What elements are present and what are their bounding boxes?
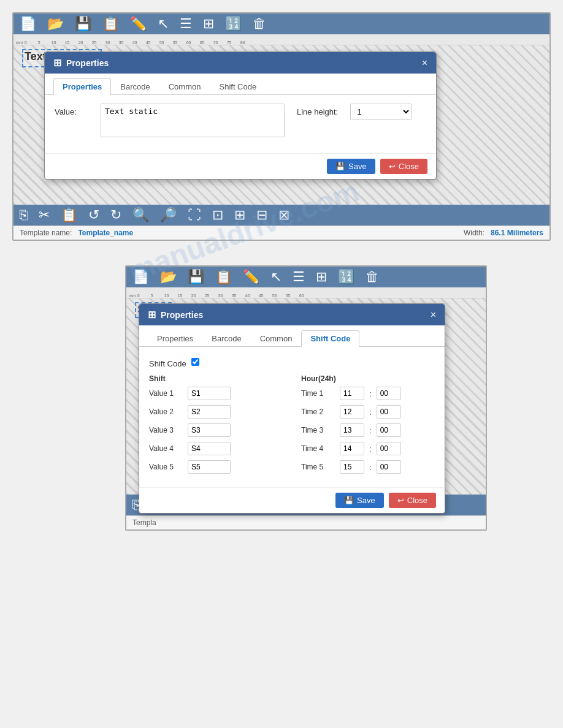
grid-icon[interactable]: ⊞ xyxy=(203,17,214,31)
ruler-mark: 15 xyxy=(65,40,79,45)
modal-title-text-1: Properties xyxy=(66,58,109,68)
shift-code-row: Shift Code xyxy=(149,355,435,368)
time-hour-3[interactable] xyxy=(340,423,364,437)
time-label-1: Time 1 xyxy=(301,389,335,398)
ruler-mark-2: 10 xyxy=(164,294,178,298)
close-button-1[interactable]: ↩ Close xyxy=(380,159,427,174)
save-as-icon-2[interactable]: 📋 xyxy=(215,270,232,284)
modal-close-button-1[interactable]: × xyxy=(422,58,427,68)
bottom-toolbar-1: ⎘ ✂ 📋 ↺ ↻ 🔍 🔎 ⛶ ⊡ ⊞ ⊟ ⊠ xyxy=(13,205,550,226)
time-hour-2[interactable] xyxy=(340,405,364,419)
ruler-mark: 60 xyxy=(186,40,200,45)
shift-col-header: Shift xyxy=(149,374,283,383)
tab-common-2[interactable]: Common xyxy=(251,330,302,346)
line-height-select[interactable]: 1 1.5 2 xyxy=(350,104,412,120)
ruler-mark: 25 xyxy=(92,40,105,45)
paste-icon[interactable]: 📋 xyxy=(61,208,77,222)
copy-icon[interactable]: ⎘ xyxy=(20,208,28,222)
value-label: Value: xyxy=(55,104,88,116)
template-label-2: Templa xyxy=(132,518,156,527)
zoom-out-icon[interactable]: 🔎 xyxy=(160,208,177,222)
time-min-3[interactable] xyxy=(377,423,401,437)
ruler-mark-2: 0 xyxy=(137,294,151,298)
shift-input-4[interactable] xyxy=(188,442,231,455)
grid4-icon[interactable]: ⊠ xyxy=(278,208,289,222)
status-bar-2: Templa xyxy=(126,515,486,529)
edit-icon-2[interactable]: ✏️ xyxy=(243,270,259,284)
shift-input-1[interactable] xyxy=(188,387,231,400)
time-hour-1[interactable] xyxy=(340,387,364,400)
list-icon-2[interactable]: ☰ xyxy=(293,270,305,284)
time-hour-5[interactable] xyxy=(340,460,364,474)
tab-properties-2[interactable]: Properties xyxy=(148,330,202,346)
grid2-icon[interactable]: ⊞ xyxy=(234,208,245,222)
open-folder-icon-2[interactable]: 📂 xyxy=(160,270,177,284)
new-document-icon-2[interactable]: 📄 xyxy=(132,270,149,284)
calculator-icon-2[interactable]: 🔢 xyxy=(338,270,354,284)
modal-body-2: Shift Code Shift Value 1 xyxy=(139,347,445,487)
time-min-1[interactable] xyxy=(377,387,401,400)
close-button-2[interactable]: ↩ Close xyxy=(389,493,436,508)
new-document-icon[interactable]: 📄 xyxy=(20,17,36,31)
shift-label-5: Value 5 xyxy=(149,463,183,471)
shift-table: Shift Value 1 Value 2 xyxy=(149,374,435,479)
ruler-mark: 20 xyxy=(79,40,92,45)
canvas-modal-wrapper-2: S5 ⊞ Properties × xyxy=(126,298,486,495)
edit-icon[interactable]: ✏️ xyxy=(130,17,147,31)
save-icon-btn: 💾 xyxy=(335,162,345,171)
time-hour-4[interactable] xyxy=(340,442,364,455)
ruler-mark-2: 60 xyxy=(299,294,313,298)
close-icon-btn: ↩ xyxy=(389,162,396,171)
modal-1: ⊞ Properties × Properties Barcode Common… xyxy=(44,51,437,180)
time-row-1: Time 1 : xyxy=(301,387,435,400)
modal-2-container: ⊞ Properties × Properties Barcode Common… xyxy=(139,303,445,514)
value-input[interactable]: Text static xyxy=(101,104,285,137)
modal-title-2: ⊞ Properties xyxy=(148,309,203,320)
modal-footer-1: 💾 Save ↩ Close xyxy=(45,153,436,179)
ruler-2: mm 0 5 10 15 20 25 30 35 40 45 50 55 60 xyxy=(126,287,486,298)
tab-common-1[interactable]: Common xyxy=(159,78,210,94)
cut-icon[interactable]: ✂ xyxy=(39,208,50,222)
ruler-mark: 65 xyxy=(200,40,213,45)
save-button-1[interactable]: 💾 Save xyxy=(327,159,375,174)
save-icon[interactable]: 💾 xyxy=(75,17,91,31)
calculator-icon[interactable]: 🔢 xyxy=(225,17,242,31)
modal-close-button-2[interactable]: × xyxy=(431,310,436,320)
ruler-mark: 0 xyxy=(25,40,38,45)
time-min-4[interactable] xyxy=(377,442,401,455)
panel-1: 📄 📂 💾 📋 ✏️ ↖ ☰ ⊞ 🔢 🗑 mm 0 5 10 15 20 25 … xyxy=(12,12,551,241)
time-min-5[interactable] xyxy=(377,460,401,474)
shift-code-checkbox[interactable] xyxy=(191,358,199,366)
select-icon[interactable]: ↖ xyxy=(158,17,169,31)
list-icon[interactable]: ☰ xyxy=(180,17,192,31)
ruler-mark: 75 xyxy=(227,40,240,45)
shift-input-2[interactable] xyxy=(188,405,231,419)
open-folder-icon[interactable]: 📂 xyxy=(47,17,64,31)
close-label-1: Close xyxy=(399,162,419,171)
save-icon-2[interactable]: 💾 xyxy=(188,270,204,284)
select-icon-2[interactable]: ↖ xyxy=(270,270,282,284)
tab-properties-1[interactable]: Properties xyxy=(53,78,111,95)
ruler-mark: 35 xyxy=(119,40,132,45)
tab-shiftcode-1[interactable]: Shift Code xyxy=(210,78,266,94)
redo-icon[interactable]: ↻ xyxy=(110,208,121,222)
save-icon-btn-2: 💾 xyxy=(344,496,354,505)
save-button-2[interactable]: 💾 Save xyxy=(335,493,384,508)
width-label-1: Width: xyxy=(464,229,484,237)
tab-barcode-1[interactable]: Barcode xyxy=(111,78,159,94)
zoom-in-icon[interactable]: 🔍 xyxy=(132,208,149,222)
fit-icon[interactable]: ⛶ xyxy=(188,208,201,222)
tab-barcode-2[interactable]: Barcode xyxy=(202,330,250,346)
time-min-2[interactable] xyxy=(377,405,401,419)
frame-icon[interactable]: ⊡ xyxy=(212,208,223,222)
grid3-icon[interactable]: ⊟ xyxy=(256,208,267,222)
shift-code-label: Shift Code xyxy=(149,355,186,368)
shift-input-5[interactable] xyxy=(188,460,231,474)
shift-input-3[interactable] xyxy=(188,423,231,437)
grid-icon-2[interactable]: ⊞ xyxy=(316,270,327,284)
save-as-icon[interactable]: 📋 xyxy=(102,17,119,31)
undo-icon[interactable]: ↺ xyxy=(88,208,99,222)
tab-shiftcode-2[interactable]: Shift Code xyxy=(301,330,359,347)
delete-icon-2[interactable]: 🗑 xyxy=(366,270,379,284)
delete-icon[interactable]: 🗑 xyxy=(253,17,266,31)
